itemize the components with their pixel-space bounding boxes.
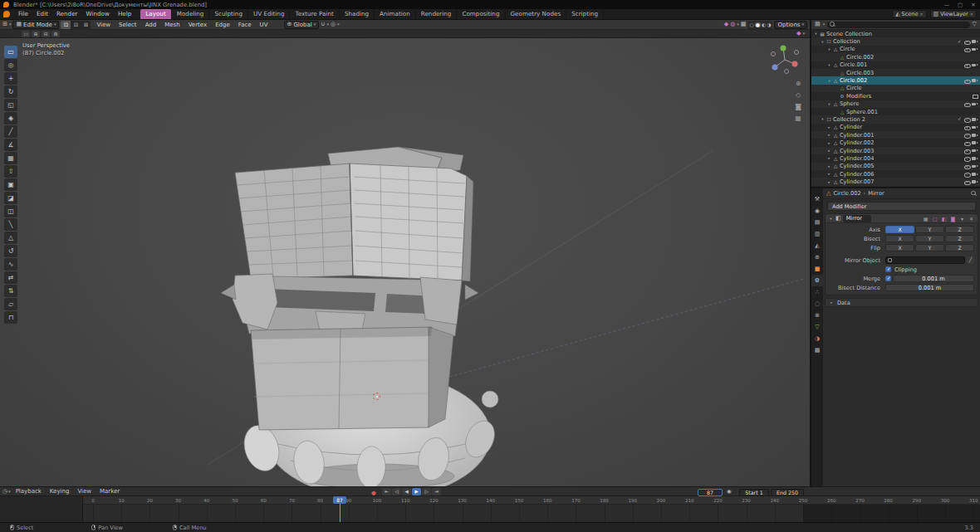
tool-smooth[interactable]: ∿ <box>4 258 17 271</box>
camera-view-icon[interactable]: ◙ <box>795 103 801 110</box>
axis-y-button[interactable]: Y <box>915 226 944 233</box>
menu-uv[interactable]: UV <box>256 20 272 30</box>
hide-viewport-icon[interactable] <box>964 78 970 84</box>
auto-keying-button[interactable]: ● <box>371 490 376 496</box>
disable-render-icon[interactable] <box>972 155 978 161</box>
data-expand-icon[interactable]: ▸ <box>829 300 835 305</box>
properties-tab-scene[interactable]: ◭ <box>811 240 823 251</box>
hide-viewport-icon[interactable] <box>964 39 970 45</box>
outliner-dropdown-icon[interactable]: ▾ <box>823 22 826 27</box>
pan-icon[interactable]: ◇ <box>796 91 801 99</box>
disclosure-right-icon[interactable]: ▸ <box>826 141 832 145</box>
tool-add-cube[interactable]: ▦ <box>4 152 17 164</box>
proportional-dropdown-icon[interactable]: ▾ <box>337 22 340 27</box>
disable-render-icon[interactable] <box>972 62 978 68</box>
outliner-row-circle[interactable]: △Circle <box>811 85 980 92</box>
outliner-row-collection-2[interactable]: ▾☐Collection 2 <box>811 115 980 123</box>
disable-render-icon[interactable] <box>972 46 978 52</box>
mirror-object-field[interactable] <box>885 256 965 264</box>
unlink-view-layer-icon[interactable]: ✕ <box>970 12 973 17</box>
workspace-tab-layout[interactable]: Layout <box>140 9 171 19</box>
menu-file[interactable]: File <box>14 9 32 19</box>
tool-bevel[interactable]: ◪ <box>4 192 17 204</box>
proportional-editing-icon[interactable]: ◎ <box>331 22 336 27</box>
disable-render-icon[interactable] <box>972 140 978 146</box>
disable-render-icon[interactable] <box>972 179 978 185</box>
outliner-row-cylinder-005[interactable]: ▸△Cylinder.005 <box>811 163 980 170</box>
orientation-dropdown[interactable]: ⊕ Global ▾ <box>284 21 320 29</box>
menu-view[interactable]: View <box>73 486 96 496</box>
axis-y-button[interactable]: Y <box>915 235 944 242</box>
outliner-row-cylinder[interactable]: ▸△Cylinder <box>811 124 980 131</box>
scene-selector[interactable]: ◭ Scene ✕ <box>892 10 926 18</box>
transport-play-button[interactable]: ▶ <box>412 488 421 495</box>
tool-dropdown-icon[interactable]: ▾ <box>802 32 805 36</box>
disclosure-right-icon[interactable]: ▸ <box>826 180 832 184</box>
outliner-search-input[interactable] <box>827 22 969 28</box>
tool-rotate[interactable]: ↻ <box>4 85 17 98</box>
disable-render-icon[interactable] <box>972 171 978 177</box>
properties-tab-world[interactable]: ⊕ <box>811 251 823 263</box>
zoom-icon[interactable]: ⊕ <box>796 80 801 87</box>
disable-render-icon[interactable] <box>972 39 978 45</box>
breadcrumb-object[interactable]: Circle.002 <box>833 190 860 197</box>
tool-inset-faces[interactable]: ▣ <box>4 178 17 191</box>
properties-tab-constraints[interactable]: ⊗ <box>811 310 823 321</box>
xray-toggle-icon[interactable]: ▩ <box>741 22 747 27</box>
menu-edge[interactable]: Edge <box>211 20 234 30</box>
toggle-edit-mode-icon[interactable]: ▢ <box>931 216 938 222</box>
hide-viewport-icon[interactable] <box>964 140 970 146</box>
workspace-tab-modeling[interactable]: Modeling <box>172 9 210 19</box>
merge-checkbox[interactable] <box>885 276 891 281</box>
workspace-tab-texture-paint[interactable]: Texture Paint <box>290 9 339 19</box>
modifier-header[interactable]: ▾ ◧ Mirror ▦ ▢ ◧ ◙ ▾ ✕ <box>826 214 978 223</box>
workspace-tab-sculpting[interactable]: Sculpting <box>209 9 248 19</box>
axis-x-button[interactable]: X <box>885 244 914 251</box>
axis-z-button[interactable]: Z <box>945 244 974 251</box>
timeline-ruler[interactable]: 0102030405060708090100110120130140150160… <box>83 496 980 505</box>
unlink-scene-icon[interactable]: ✕ <box>919 12 923 17</box>
menu-face[interactable]: Face <box>234 20 256 30</box>
properties-search-icon[interactable] <box>971 191 977 197</box>
shading-solid-icon[interactable]: ● <box>755 22 761 27</box>
properties-tab-particles[interactable]: ∴ <box>811 286 823 298</box>
editor-type-icon[interactable]: ⊞ <box>2 22 7 27</box>
add-modifier-button[interactable]: Add Modifier <box>827 202 976 211</box>
vertex-select-button[interactable]: ⊡ <box>61 21 71 29</box>
outliner-row-cylinder-001[interactable]: ▸△Cylinder.001 <box>811 131 980 139</box>
tool-transform[interactable]: ◈ <box>4 112 17 124</box>
overlays-dropdown-icon[interactable]: ▾ <box>737 22 739 27</box>
outliner-row-sphere[interactable]: ▾△Sphere <box>811 100 980 108</box>
navigation-gizmo[interactable] <box>767 41 803 78</box>
outliner-row-cylinder-006[interactable]: ▸△Cylinder.006 <box>811 170 980 178</box>
toggle-realtime-icon[interactable]: ◧ <box>940 216 948 222</box>
blender-menu-icon[interactable] <box>3 11 10 17</box>
edge-select-button[interactable]: ⊟ <box>71 21 81 29</box>
disclosure-down-icon[interactable]: ▾ <box>820 117 826 121</box>
timeline-editor-dropdown-icon[interactable]: ▾ <box>8 490 11 494</box>
exclude-checkbox[interactable] <box>957 39 963 45</box>
menu-view[interactable]: View <box>92 20 115 30</box>
show-gizmo-icon[interactable]: ◆ <box>724 22 728 27</box>
workspace-tab-rendering[interactable]: Rendering <box>416 9 458 19</box>
face-select-button[interactable]: ⊞ <box>81 21 91 29</box>
axis-z-button[interactable]: Z <box>945 235 974 242</box>
hide-viewport-icon[interactable] <box>964 164 970 169</box>
bisect-distance-field[interactable]: 0.001 m <box>885 284 974 291</box>
maximize-button[interactable]: ▢ <box>953 2 967 8</box>
hide-viewport-icon[interactable] <box>964 46 970 52</box>
tool-select-box[interactable]: ▭ <box>4 46 17 58</box>
disable-render-icon[interactable] <box>972 101 978 107</box>
tool-cursor[interactable]: ◎ <box>4 59 17 71</box>
disclosure-down-icon[interactable]: ▾ <box>826 102 832 106</box>
tool-edge-slide[interactable]: ⇄ <box>4 271 17 284</box>
outliner-row-collection[interactable]: ▾☐Collection <box>811 37 980 45</box>
disclosure-down-icon[interactable]: ▾ <box>826 63 832 67</box>
timeline-editor-icon[interactable]: ◷ <box>2 489 7 495</box>
menu-render[interactable]: Render <box>52 9 82 19</box>
breadcrumb-item[interactable]: Mirror <box>868 190 884 197</box>
disclosure-right-icon[interactable]: ▸ <box>826 149 832 153</box>
disclosure-right-icon[interactable]: ▸ <box>826 164 832 168</box>
menu-select[interactable]: Select <box>115 20 141 30</box>
editor-type-dropdown-icon[interactable]: ▾ <box>9 22 12 27</box>
